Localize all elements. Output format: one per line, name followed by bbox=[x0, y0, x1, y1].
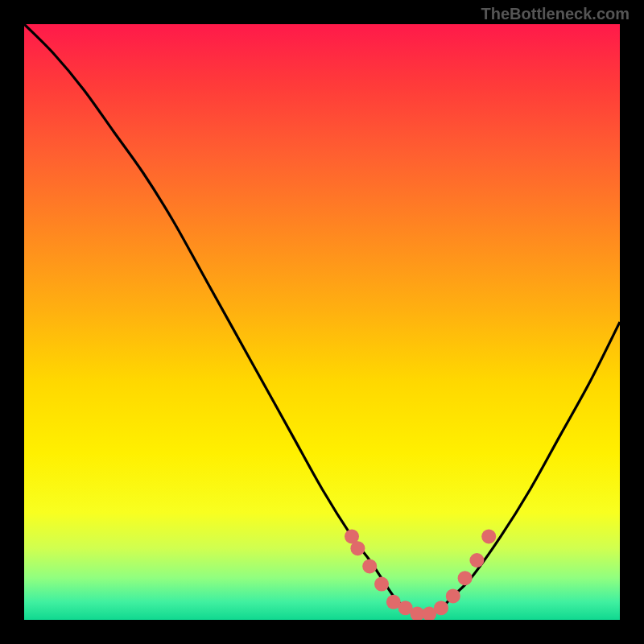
plot-area bbox=[24, 24, 620, 620]
data-marker bbox=[469, 553, 484, 568]
curve-layer bbox=[24, 24, 620, 620]
data-marker bbox=[434, 601, 448, 615]
data-marker bbox=[374, 577, 389, 592]
data-marker bbox=[458, 571, 473, 585]
chart-container: TheBottleneck.com bbox=[0, 0, 644, 644]
data-marker bbox=[362, 559, 377, 573]
data-marker bbox=[350, 541, 365, 555]
data-marker bbox=[481, 529, 496, 543]
watermark-text: TheBottleneck.com bbox=[481, 5, 630, 23]
data-marker bbox=[446, 588, 460, 603]
bottleneck-curve bbox=[24, 24, 620, 615]
